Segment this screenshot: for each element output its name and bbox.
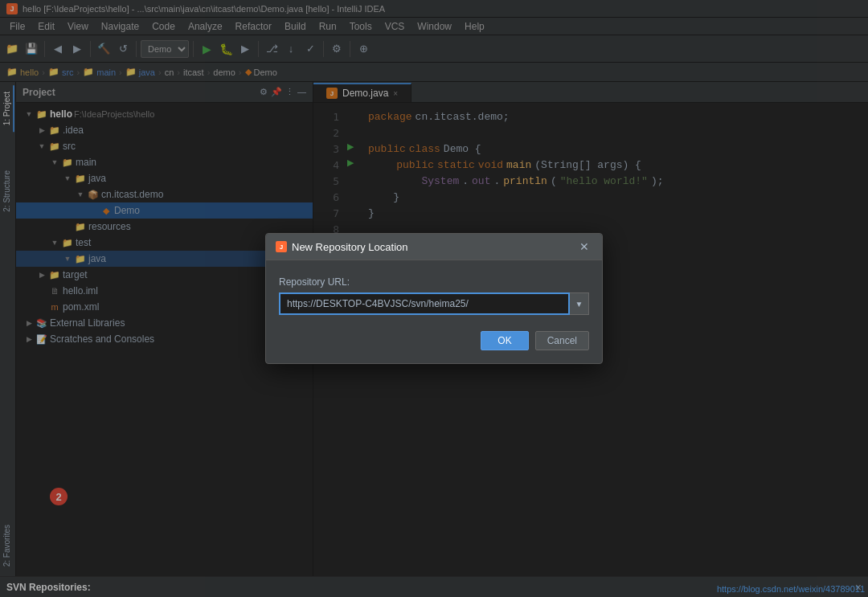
- dialog-input-row: ▼: [279, 292, 589, 315]
- dialog-buttons: OK Cancel: [279, 331, 589, 350]
- dialog-close-button[interactable]: ✕: [576, 240, 592, 253]
- modal-overlay: J New Repository Location ✕ Repository U…: [0, 0, 868, 597]
- dialog-app-icon: J: [276, 241, 287, 252]
- watermark: https://blog.csdn.net/weixin/43789011: [717, 584, 865, 594]
- dialog-title: J New Repository Location: [276, 241, 408, 253]
- ok-button[interactable]: OK: [481, 331, 528, 350]
- new-repo-dialog: J New Repository Location ✕ Repository U…: [265, 233, 603, 364]
- url-dropdown-button[interactable]: ▼: [570, 292, 589, 315]
- cancel-button[interactable]: Cancel: [535, 331, 589, 350]
- repository-url-input[interactable]: [279, 292, 570, 315]
- dialog-title-bar: J New Repository Location ✕: [266, 234, 602, 260]
- dialog-url-label: Repository URL:: [279, 276, 589, 288]
- dialog-body: Repository URL: ▼ OK Cancel: [266, 260, 602, 363]
